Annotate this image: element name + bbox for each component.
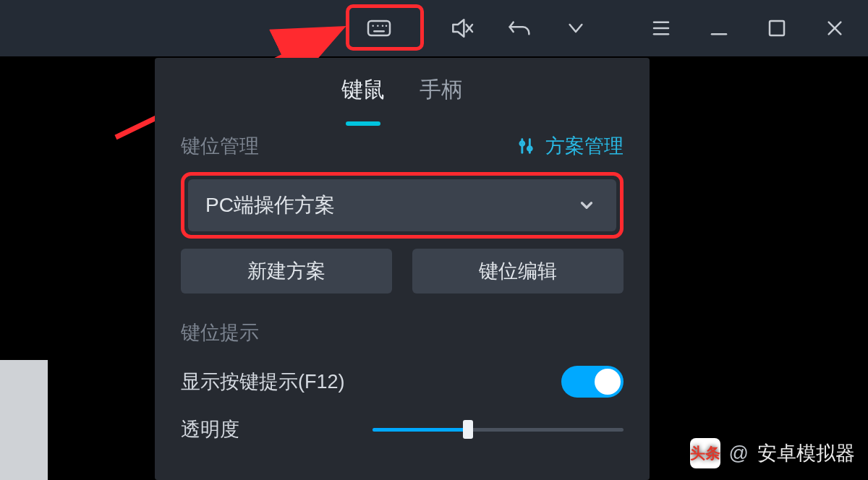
sliders-icon	[518, 136, 538, 156]
toggle-knob	[595, 369, 621, 395]
edit-keymap-button[interactable]: 键位编辑	[412, 249, 624, 293]
tab-gamepad[interactable]: 手柄	[417, 71, 466, 121]
keyboard-mapping-button[interactable]	[359, 8, 399, 48]
chevron-down-icon	[561, 14, 590, 43]
speaker-mute-icon	[447, 14, 476, 43]
slider-thumb[interactable]	[463, 420, 473, 439]
mute-button[interactable]	[441, 8, 482, 48]
svg-rect-0	[368, 21, 390, 35]
show-key-hint-label: 显示按键提示(F12)	[181, 369, 345, 395]
minimize-button[interactable]	[699, 8, 739, 48]
app-toolbar	[0, 0, 868, 56]
chevron-down-icon	[577, 196, 596, 215]
menu-button[interactable]	[641, 8, 681, 48]
background-element	[0, 360, 48, 480]
keyboard-icon	[365, 14, 393, 43]
svg-rect-12	[770, 21, 784, 35]
undo-button[interactable]	[499, 8, 540, 48]
close-button[interactable]	[814, 8, 855, 48]
slider-fill	[373, 428, 468, 432]
source-watermark: 头条 @ 安卓模拟器	[690, 438, 855, 468]
show-key-hint-toggle[interactable]	[561, 366, 624, 398]
keymap-panel: 键鼠 手柄 键位管理 方案管理 PC端操作方案	[155, 58, 650, 480]
watermark-badge: 头条	[690, 438, 720, 468]
toolbar-dropdown-button[interactable]	[556, 8, 596, 48]
scheme-management-link[interactable]: 方案管理	[518, 133, 624, 159]
scheme-select-value: PC端操作方案	[205, 192, 335, 219]
watermark-name: 安卓模拟器	[757, 440, 855, 466]
scheme-management-text: 方案管理	[545, 133, 624, 159]
input-mode-tabs: 键鼠 手柄	[155, 71, 650, 121]
maximize-icon	[762, 14, 791, 43]
opacity-slider[interactable]	[373, 423, 624, 436]
tab-keyboard-mouse[interactable]: 键鼠	[339, 71, 388, 121]
undo-icon	[505, 14, 534, 43]
close-icon	[820, 14, 849, 43]
watermark-at: @	[729, 442, 749, 465]
minimize-icon	[705, 14, 733, 43]
scheme-select[interactable]: PC端操作方案	[188, 179, 616, 231]
hamburger-icon	[647, 14, 676, 43]
maximize-button[interactable]	[757, 8, 797, 48]
key-hint-section-label: 键位提示	[181, 320, 624, 346]
keymap-management-label: 键位管理	[181, 133, 259, 159]
new-scheme-button[interactable]: 新建方案	[181, 249, 392, 293]
opacity-label: 透明度	[181, 416, 239, 442]
